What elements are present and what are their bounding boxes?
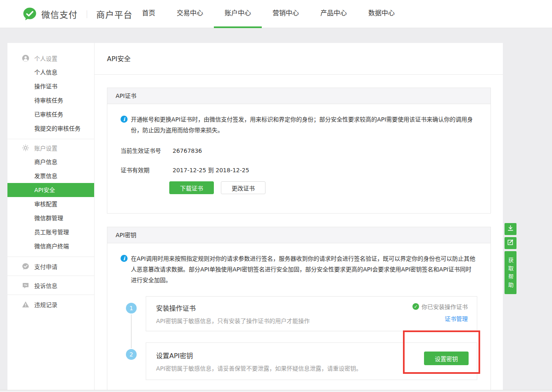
api-key-steps: 1 安装操作证书 API密钥属于敏感信息，只有安装了操作证书的用户才能操作 ✓ … bbox=[121, 296, 477, 380]
download-cert-button[interactable]: 下载证书 bbox=[169, 181, 214, 194]
step-title: 设置API密钥 bbox=[156, 350, 467, 360]
step-number-badge: 2 bbox=[126, 349, 137, 360]
user-icon bbox=[22, 55, 29, 62]
info-icon bbox=[121, 255, 128, 262]
change-cert-button[interactable]: 更改证书 bbox=[221, 181, 265, 194]
api-key-card-body: 在API调用时用来按照指定规则对你的请求参数进行签名，服务器收到你的请求时会进行… bbox=[107, 243, 490, 390]
sidebar-item-reviewed[interactable]: 已审核任务 bbox=[7, 107, 94, 121]
sidebar-group-personal-settings: 个人设置 bbox=[7, 51, 94, 65]
step-description: API密钥属于敏感信息，请妥善保管不要泄露，如果怀疑信息泄露，请重设密钥。 bbox=[156, 364, 467, 372]
api-cert-card-body: 开通帐号和更换API证书时，由微信支付签发，用来标识和界定你的身份；部分安全性要… bbox=[107, 104, 490, 213]
api-key-card-header: API密钥 bbox=[107, 227, 490, 243]
api-cert-card-header: API证书 bbox=[107, 88, 490, 104]
content-container: 个人设置 个人信息 操作证书 待审核任务 已审核任务 我提交的审核任务 账户 bbox=[7, 43, 503, 390]
set-key-button[interactable]: 设置密钥 bbox=[424, 352, 469, 365]
cert-number-row: 当前生效证书号 26767836 bbox=[121, 147, 477, 155]
feedback-helper-button[interactable] bbox=[505, 237, 516, 249]
get-help-button[interactable]: 获取帮助 bbox=[505, 251, 516, 294]
download-icon bbox=[507, 225, 514, 233]
complaint-bubble-icon bbox=[22, 282, 29, 289]
main-panel: API安全 API证书 开通帐号和更换API证书时，由微信支付签发，用来标识和界… bbox=[95, 43, 503, 390]
sidebar-group-label: 账户设置 bbox=[34, 144, 57, 152]
sidebar-link-violation-record[interactable]: 违规记录 bbox=[7, 295, 94, 314]
nav-item-product-center[interactable]: 产品中心 bbox=[310, 0, 358, 28]
floating-helper-widget: 获取帮助 bbox=[505, 223, 516, 294]
api-key-card: API密钥 在API调用时用来按照指定规则对你的请求参数进行签名，服务器收到你的… bbox=[107, 227, 491, 390]
cert-manage-link[interactable]: 证书管理 bbox=[412, 314, 468, 323]
bottom-scrollbar-strip[interactable] bbox=[0, 390, 552, 392]
sidebar-link-label: 违规记录 bbox=[34, 300, 57, 309]
sidebar-item-operation-cert[interactable]: 操作证书 bbox=[7, 79, 94, 93]
cert-number-label: 当前生效证书号 bbox=[121, 147, 173, 155]
step-install-cert-box: 安装操作证书 API密钥属于敏感信息，只有安装了操作证书的用户才能操作 ✓ 你已… bbox=[146, 296, 477, 331]
sidebar-item-personal-info[interactable]: 个人信息 bbox=[7, 65, 94, 79]
nav-item-trade-center[interactable]: 交易中心 bbox=[166, 0, 214, 28]
cert-info-text: 开通帐号和更换API证书时，由微信支付签发，用来标识和界定你的身份；部分安全性要… bbox=[131, 114, 476, 135]
sidebar-links: 支付申请 投诉信息 违 bbox=[7, 257, 94, 314]
cert-number-value: 26767836 bbox=[173, 147, 202, 155]
cert-validity-row: 证书有效期 2017-12-25 到 2018-12-25 bbox=[121, 166, 477, 174]
status-text: 你已安装操作证书 bbox=[422, 302, 468, 311]
step-install-cert: 1 安装操作证书 API密钥属于敏感信息，只有安装了操作证书的用户才能操作 ✓ … bbox=[121, 296, 477, 331]
sidebar-item-merchant-terminal[interactable]: 微信商户终端 bbox=[7, 239, 94, 253]
brand-logo[interactable]: 微信支付 ｜ 商户平台 bbox=[23, 0, 133, 28]
sidebar: 个人设置 个人信息 操作证书 待审核任务 已审核任务 我提交的审核任务 账户 bbox=[7, 43, 95, 390]
sidebar-item-invoice-info[interactable]: 发票信息 bbox=[7, 169, 94, 183]
nav-item-data-center[interactable]: 数据中心 bbox=[358, 0, 405, 28]
main-body: API证书 开通帐号和更换API证书时，由微信支付签发，用来标识和界定你的身份；… bbox=[95, 75, 503, 390]
sidebar-link-label: 投诉信息 bbox=[34, 281, 57, 290]
info-icon bbox=[121, 116, 128, 123]
top-nav: 首页 交易中心 账户中心 营销中心 产品中心 数据中心 bbox=[131, 0, 405, 28]
page-title: API安全 bbox=[95, 43, 503, 75]
step-status: ✓ 你已安装操作证书 证书管理 bbox=[412, 302, 468, 323]
gear-icon bbox=[22, 144, 29, 152]
api-cert-card: API证书 开通帐号和更换API证书时，由微信支付签发，用来标识和界定你的身份；… bbox=[107, 88, 491, 214]
page-header: API安全 bbox=[95, 43, 503, 75]
sidebar-item-merchant-info[interactable]: 商户信息 bbox=[7, 155, 94, 169]
status-row: ✓ 你已安装操作证书 bbox=[412, 302, 468, 311]
edit-pencil-icon bbox=[507, 239, 514, 247]
check-circle-icon: ✓ bbox=[412, 303, 419, 310]
cert-buttons-row: 下载证书 更改证书 bbox=[169, 181, 477, 194]
cert-validity-value: 2017-12-25 到 2018-12-25 bbox=[173, 166, 249, 174]
step-number-badge: 1 bbox=[126, 303, 137, 314]
wechat-pay-logo-icon bbox=[23, 7, 37, 21]
sidebar-divider bbox=[7, 139, 94, 139]
sidebar-group-label: 个人设置 bbox=[34, 54, 57, 62]
sidebar-item-my-submitted-review[interactable]: 我提交的审核任务 bbox=[7, 121, 94, 135]
nav-item-marketing-center[interactable]: 营销中心 bbox=[262, 0, 310, 28]
key-info-text: 在API调用时用来按照指定规则对你的请求参数进行签名，服务器收到你的请求时会进行… bbox=[131, 253, 476, 285]
sidebar-link-complaint-info[interactable]: 投诉信息 bbox=[7, 276, 94, 295]
sidebar-item-staff-account[interactable]: 员工账号管理 bbox=[7, 225, 94, 239]
brand-divider: ｜ bbox=[83, 8, 91, 19]
sidebar-item-pending-review[interactable]: 待审核任务 bbox=[7, 93, 94, 107]
nav-item-home[interactable]: 首页 bbox=[131, 0, 166, 28]
chat-check-icon bbox=[22, 263, 29, 270]
sidebar-group-account-settings: 账户设置 bbox=[7, 141, 94, 155]
download-helper-button[interactable] bbox=[505, 223, 516, 235]
cert-validity-label: 证书有效期 bbox=[121, 166, 173, 174]
step-set-api-key-box: 设置API密钥 API密钥属于敏感信息，请妥善保管不要泄露，如果怀疑信息泄露，请… bbox=[146, 342, 477, 380]
nav-item-account-center[interactable]: 账户中心 bbox=[214, 0, 262, 28]
brand-name: 微信支付 bbox=[41, 8, 78, 20]
sidebar-link-label: 支付申请 bbox=[34, 262, 57, 271]
cert-info-row: 开通帐号和更换API证书时，由微信支付签发，用来标识和界定你的身份；部分安全性要… bbox=[121, 114, 477, 135]
top-bar: 微信支付 ｜ 商户平台 首页 交易中心 账户中心 营销中心 产品中心 数据中心 bbox=[0, 0, 552, 28]
brand-product: 商户平台 bbox=[96, 8, 133, 20]
sidebar-item-review-config[interactable]: 审核配置 bbox=[7, 197, 94, 211]
sidebar-item-api-security[interactable]: API安全 bbox=[7, 183, 94, 197]
sidebar-link-payment-apply[interactable]: 支付申请 bbox=[7, 257, 94, 276]
warning-triangle-icon bbox=[22, 301, 29, 308]
sidebar-item-wechat-group[interactable]: 微信群管理 bbox=[7, 211, 94, 225]
step-set-api-key: 2 设置API密钥 API密钥属于敏感信息，请妥善保管不要泄露，如果怀疑信息泄露… bbox=[121, 342, 477, 380]
key-info-row: 在API调用时用来按照指定规则对你的请求参数进行签名，服务器收到你的请求时会进行… bbox=[121, 253, 477, 285]
